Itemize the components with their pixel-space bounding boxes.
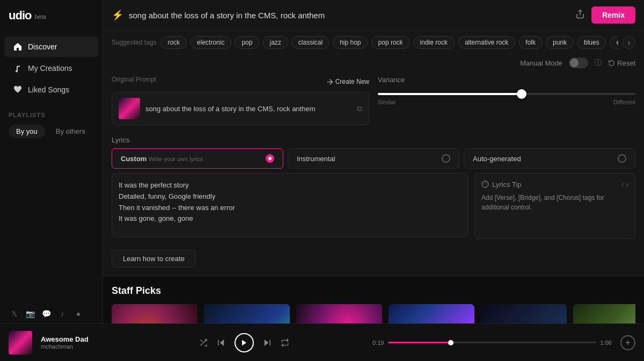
variance-section: Variance Similar Different [378,76,635,125]
remix-header: ⚡ song about the loss of a story in the … [103,0,644,31]
learn-how-button[interactable]: Learn how to create [112,250,196,268]
shuffle-button[interactable] [199,338,208,347]
lyrics-tip-panel: Lyrics Tip ‹ › Add [Verse], [Bridge], an… [474,173,635,239]
manual-mode-label: Manual Mode [520,59,562,67]
heart-icon [13,85,23,95]
custom-tab-label: Custom Write your own lyrics [121,155,203,163]
my-creations-label: My Creations [28,64,72,73]
lyrics-content-area: It was the perfect story Detailed, funny… [112,173,635,239]
lyrics-tip-title-text: Lyrics Tip [492,180,521,189]
progress-fill [388,342,450,343]
suggested-tags-label: Suggested tags [112,39,156,46]
main-content: ⚡ song about the loss of a story in the … [103,0,644,323]
share-button[interactable] [573,7,587,23]
tag-folk[interactable]: folk [518,36,543,49]
add-to-playlist-button[interactable]: + [620,335,635,350]
remix-button[interactable]: Remix [591,6,635,24]
tag-indie-rock[interactable]: indie rock [413,36,455,49]
lyrics-tip-header: Lyrics Tip ‹ › [481,180,628,189]
sidebar-nav: Discover My Creations Liked Songs [0,31,103,105]
manual-mode-toggle[interactable] [569,57,588,68]
player-bar: Awesome Dad mchachman 0:19 1:06 + [0,323,644,361]
instagram-icon[interactable]: 📷 [25,308,35,319]
next-button[interactable] [262,338,272,348]
progress-section: 0:19 1:06 [372,340,612,346]
tag-rock[interactable]: rock [160,36,187,49]
original-prompt-label: Original Prompt [112,76,156,83]
variance-slider[interactable] [378,93,635,95]
tab-by-others[interactable]: By others [48,125,93,138]
lyrics-textarea-wrapper: It was the perfect story Detailed, funny… [112,173,468,239]
pick-card-3[interactable] [296,304,382,323]
create-new-button[interactable]: Create New [326,78,369,85]
reset-button[interactable]: Reset [608,59,635,67]
tags-next-button[interactable]: › [623,36,635,49]
sidebar: udio beta Discover My Creations L [0,0,103,323]
playlists-section-label: PLAYLISTS [0,105,103,121]
copy-icon[interactable]: ⧉ [357,104,362,113]
tip-prev-button[interactable]: ‹ [621,180,624,189]
info-icon[interactable]: ⓘ [595,58,602,68]
variance-slider-container [378,88,635,97]
watch-text: WATCH [217,322,277,323]
music-note-icon [13,63,23,73]
discord-icon[interactable]: 💬 [41,308,52,319]
tab-by-you[interactable]: By you [9,125,45,138]
twitter-icon[interactable]: 𝕏 [9,308,19,319]
tag-experimental[interactable]: experimental [610,36,618,49]
total-time: 1:06 [601,340,612,346]
player-right: + [620,335,635,350]
player-controls [125,333,364,352]
remix-prompt-text: song about the loss of a story in the CM… [129,11,568,20]
svg-line-5 [201,340,202,341]
prompt-card-text: song about the loss of a story in the CM… [145,105,352,113]
pick-card-1[interactable] [112,304,197,323]
play-pause-button[interactable] [235,333,254,352]
prev-button[interactable] [216,338,226,348]
progress-thumb [448,340,453,345]
tag-classical[interactable]: classical [291,36,330,49]
tiktok-icon[interactable]: ♪ [57,308,68,319]
tag-hip-hop[interactable]: hip hop [333,36,368,49]
sidebar-item-my-creations[interactable]: My Creations [4,58,98,78]
auto-generated-tab-label: Auto-generated [473,155,521,163]
tag-pop[interactable]: pop [235,36,259,49]
liked-songs-label: Liked Songs [28,85,69,94]
pick-card-4[interactable] [389,304,474,323]
prompt-card: song about the loss of a story in the CM… [112,92,369,125]
progress-track[interactable] [388,342,596,343]
tag-jazz[interactable]: jazz [262,36,288,49]
pick-card-5[interactable] [481,304,567,323]
pick-card-6[interactable] [573,304,635,323]
variance-similar-label: Similar [378,99,396,105]
tag-alternative-rock[interactable]: alternative rock [458,36,515,49]
tip-navigation: ‹ › [621,180,628,189]
tag-electronic[interactable]: electronic [190,36,231,49]
controls-row: Manual Mode ⓘ Reset [103,54,644,71]
sidebar-item-liked-songs[interactable]: Liked Songs [4,80,98,100]
reddit-icon[interactable]: ● [73,308,84,319]
tag-blues[interactable]: blues [577,36,606,49]
tip-next-button[interactable]: › [626,180,628,189]
app-logo: udio [9,9,31,23]
lyrics-input[interactable]: It was the perfect story Detailed, funny… [112,173,468,237]
custom-tab-subtitle: Write your own lyrics [149,156,203,162]
current-time: 0:19 [372,340,384,346]
svg-marker-8 [242,340,246,345]
tag-punk[interactable]: punk [546,36,574,49]
tab-instrumental[interactable]: Instrumental [288,148,459,169]
pick-card-2[interactable]: WATCH [204,304,290,323]
lyrics-tip-content: Add [Verse], [Bridge], and [Chorus] tags… [481,193,628,212]
variance-label: Variance [378,76,635,84]
repeat-button[interactable] [281,338,289,347]
social-links: 𝕏 📷 💬 ♪ ● [0,304,103,323]
variance-labels: Similar Different [378,99,635,105]
discover-label: Discover [28,42,57,51]
tag-pop-rock[interactable]: pop rock [371,36,410,49]
sidebar-item-discover[interactable]: Discover [4,37,98,57]
tab-custom[interactable]: Custom Write your own lyrics [112,148,283,169]
tab-auto-generated[interactable]: Auto-generated [464,148,635,169]
svg-marker-6 [220,340,224,346]
instrumental-radio [442,154,450,163]
staff-picks-title: Staff Picks [112,285,635,297]
